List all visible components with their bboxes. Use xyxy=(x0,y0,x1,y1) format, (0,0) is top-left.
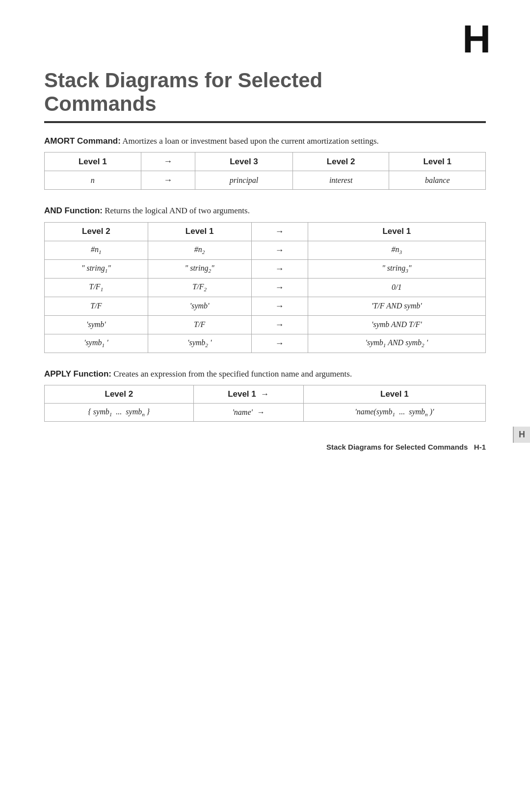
page-title: Stack Diagrams for Selected Commands xyxy=(44,69,486,116)
apply-col-level1: Level 1 → xyxy=(193,385,303,404)
and-cell-symbandsymb: 'symb1 AND symb2 ' xyxy=(308,334,485,353)
amort-title: AMORT Command: Amortizes a loan or inves… xyxy=(44,135,486,148)
amort-table: Level 1 → Level 3 Level 2 Level 1 n → pr… xyxy=(44,152,486,190)
and-col-level2: Level 2 xyxy=(45,222,148,241)
and-section: AND Function: Returns the logical AND of… xyxy=(44,204,486,353)
and-cell-tf2: T/F2 xyxy=(148,278,251,297)
amort-col-arrow: → xyxy=(141,152,195,171)
and-cell-arrow5: → xyxy=(251,315,308,334)
and-col-level1: Level 1 xyxy=(148,222,251,241)
and-row-6: 'symb1 ' 'symb2 ' → 'symb1 AND symb2 ' xyxy=(45,334,486,353)
apply-cell-name: 'name' → xyxy=(193,404,303,422)
and-cell-symbandtf: 'symb AND T/F' xyxy=(308,315,485,334)
and-cell-symb1: 'symb1 ' xyxy=(45,334,148,353)
and-cell-tf1: T/F1 xyxy=(45,278,148,297)
and-cell-arrow2: → xyxy=(251,259,308,278)
amort-cell-balance: balance xyxy=(389,171,486,190)
apply-cmd-name: APPLY Function: xyxy=(44,369,111,379)
apply-cell-symbs: { symb1 ... symbn } xyxy=(45,404,194,422)
chapter-letter: H xyxy=(462,20,491,59)
apply-title: APPLY Function: Creates an expression fr… xyxy=(44,368,486,381)
amort-description: Amortizes a loan or investment based upo… xyxy=(122,136,379,146)
amort-section: AMORT Command: Amortizes a loan or inves… xyxy=(44,135,486,190)
and-cell-symb2: 'symb' xyxy=(45,315,148,334)
and-row-5: 'symb' T/F → 'symb AND T/F' xyxy=(45,315,486,334)
and-row-2: " string1" " string2" → " string3" xyxy=(45,259,486,278)
apply-table: Level 2 Level 1 → Level 1 { symb1 ... sy… xyxy=(44,385,486,422)
and-row-4: T/F 'symb' → 'T/F AND symb' xyxy=(45,297,486,315)
apply-section: APPLY Function: Creates an expression fr… xyxy=(44,368,486,422)
page: H Stack Diagrams for Selected Commands A… xyxy=(0,0,530,476)
and-cell-n2: #n2 xyxy=(148,241,251,259)
apply-row-1: { symb1 ... symbn } 'name' → 'name(symb1… xyxy=(45,404,486,422)
and-cell-str3: " string3" xyxy=(308,259,485,278)
apply-cell-result: 'name(symb1 ... symbn )' xyxy=(303,404,485,422)
and-cell-tf3: T/F xyxy=(148,315,251,334)
and-cell-symb: 'symb' xyxy=(148,297,251,315)
and-cell-arrow6: → xyxy=(251,334,308,353)
and-cell-symb2b: 'symb2 ' xyxy=(148,334,251,353)
amort-col-level3: Level 3 xyxy=(195,152,293,171)
and-table: Level 2 Level 1 → Level 1 #n1 #n2 → #n3 … xyxy=(44,222,486,353)
amort-cell-principal: principal xyxy=(195,171,293,190)
and-description: Returns the logical AND of two arguments… xyxy=(105,206,250,215)
and-cell-arrow4: → xyxy=(251,297,308,315)
and-cmd-name: AND Function: xyxy=(44,206,103,215)
side-h-marker: H xyxy=(513,427,530,443)
amort-cell-arrow: → xyxy=(141,171,195,190)
apply-col-level1-out: Level 1 xyxy=(303,385,485,404)
and-cell-str1: " string1" xyxy=(45,259,148,278)
and-cell-n1: #n1 xyxy=(45,241,148,259)
apply-description: Creates an expression from the specified… xyxy=(113,369,352,379)
amort-row-1: n → principal interest balance xyxy=(45,171,486,190)
and-cell-tfandsymb: 'T/F AND symb' xyxy=(308,297,485,315)
amort-col-level1-out: Level 1 xyxy=(389,152,486,171)
title-divider xyxy=(44,121,486,123)
and-title: AND Function: Returns the logical AND of… xyxy=(44,204,486,217)
footer-page: H-1 xyxy=(474,443,486,451)
and-cell-n3: #n3 xyxy=(308,241,485,259)
and-cell-tf: T/F xyxy=(45,297,148,315)
amort-col-level1-in: Level 1 xyxy=(45,152,141,171)
apply-col-level2: Level 2 xyxy=(45,385,194,404)
amort-cell-interest: interest xyxy=(292,171,389,190)
amort-col-level2: Level 2 xyxy=(292,152,389,171)
amort-cell-n: n xyxy=(45,171,141,190)
and-col-arrow: → xyxy=(251,222,308,241)
and-row-3: T/F1 T/F2 → 0/1 xyxy=(45,278,486,297)
footer-text: Stack Diagrams for Selected Commands xyxy=(326,443,468,451)
and-col-level1-out: Level 1 xyxy=(308,222,485,241)
and-cell-01: 0/1 xyxy=(308,278,485,297)
footer: Stack Diagrams for Selected Commands H-1 xyxy=(326,443,486,451)
and-row-1: #n1 #n2 → #n3 xyxy=(45,241,486,259)
and-cell-arrow1: → xyxy=(251,241,308,259)
amort-cmd-name: AMORT Command: xyxy=(44,136,121,146)
and-cell-str2: " string2" xyxy=(148,259,251,278)
and-cell-arrow3: → xyxy=(251,278,308,297)
